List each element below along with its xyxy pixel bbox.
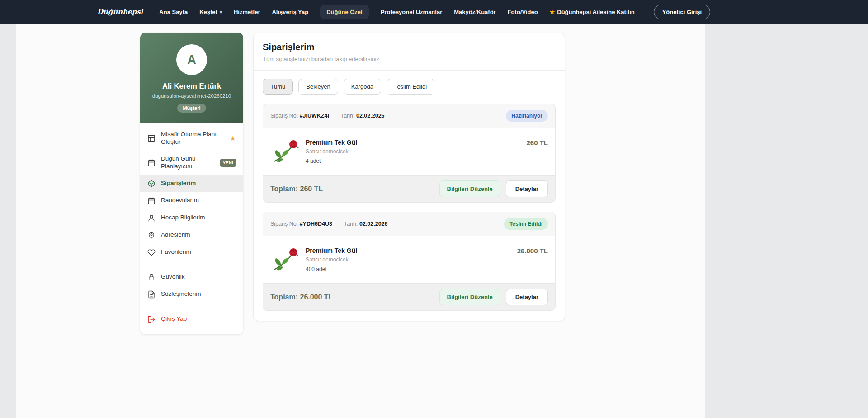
filter-kargoda[interactable]: Kargoda (344, 79, 381, 95)
product-image-rose (270, 247, 299, 272)
details-button[interactable]: Detaylar (506, 180, 548, 197)
nav-item-ana-sayfa[interactable]: Ana Sayfa (159, 9, 188, 15)
order-number-value: #JIUWKZ4I (300, 113, 329, 119)
map-pin-icon (147, 231, 156, 239)
product-name: Premium Tek Gül (306, 139, 357, 146)
package-icon (147, 180, 156, 188)
nav-item-label: Düğünhepsi Ailesine Katılın (557, 9, 634, 15)
sidebar-menu: Misafir Oturma Planı Oluştur ★ Düğün Gün… (140, 123, 243, 334)
top-navbar: Düğünhepsi Ana Sayfa Keşfet ▾ Hizmetler … (0, 0, 868, 24)
sidebar-item-label: Sözleşmelerim (161, 290, 236, 298)
new-badge: YENİ (220, 159, 236, 167)
star-icon: ★ (550, 9, 555, 15)
sidebar-item-favorilerim[interactable]: Favorilerim (140, 244, 243, 261)
sidebar-item-label: Adreslerim (161, 231, 236, 239)
product-quantity: 4 adet (306, 158, 357, 164)
nav-item-hizmetler[interactable]: Hizmetler (234, 9, 260, 15)
orders-panel: Siparişlerim Tüm siparişlerinizi buradan… (253, 33, 565, 321)
product-price: 260 TL (526, 139, 548, 147)
order-actions: Bilgileri Düzenle Detaylar (439, 289, 548, 305)
order-card-footer: Toplam: 260 TL Bilgileri Düzenle Detayla… (263, 175, 555, 202)
order-number-value: #YDH6D4U3 (300, 221, 332, 227)
nav-item-label: Keşfet (199, 9, 217, 15)
product-image-rose (270, 139, 299, 164)
order-total: Toplam: 26.000 TL (270, 293, 333, 301)
status-badge: Hazırlanıyor (506, 110, 548, 122)
order-date: Tarih: 02.02.2026 (344, 221, 388, 227)
details-button[interactable]: Detaylar (506, 289, 548, 305)
chevron-down-icon: ▾ (220, 10, 222, 14)
sidebar-item-label: Düğün Günü Planlayıcısı (161, 155, 215, 171)
nav-item-dugune-ozel[interactable]: Düğüne Özel (320, 5, 368, 19)
product-seller: Satıcı: democicek (306, 256, 357, 263)
calendar-icon (147, 159, 156, 167)
order-card-body: Premium Tek Gül Satıcı: democicek 4 adet… (263, 128, 555, 175)
role-badge: Müşteri (177, 104, 206, 113)
filter-bekleyen[interactable]: Bekleyen (298, 79, 338, 95)
nav-item-kesfet[interactable]: Keşfet ▾ (199, 9, 222, 15)
order-card: Sipariş No: #JIUWKZ4I Tarih: 02.02.2026 … (263, 104, 556, 203)
layout-grid-icon (147, 134, 156, 142)
nav-item-ailesine-katilin[interactable]: ★ Düğünhepsi Ailesine Katılın (550, 9, 635, 15)
sidebar-item-logout[interactable]: Çıkış Yap (140, 311, 243, 328)
sidebar-item-label: Siparişlerim (161, 180, 236, 187)
sidebar-item-dugun-gunu-planlayicisi[interactable]: Düğün Günü Planlayıcısı YENİ (140, 151, 243, 175)
product-info: Premium Tek Gül Satıcı: democicek 400 ad… (306, 247, 357, 272)
edit-info-button[interactable]: Bilgileri Düzenle (439, 180, 500, 197)
edit-info-button[interactable]: Bilgileri Düzenle (439, 289, 500, 305)
filter-teslim-edildi[interactable]: Teslim Edildi (387, 79, 434, 95)
status-badge: Teslim Edildi (504, 218, 548, 230)
order-date-label: Tarih: (344, 221, 358, 227)
order-card-footer: Toplam: 26.000 TL Bilgileri Düzenle Deta… (263, 283, 555, 310)
nav-item-alisveris-yap[interactable]: Alışveriş Yap (272, 9, 308, 15)
divider (147, 307, 236, 307)
avatar: A (176, 44, 207, 75)
profile-header: A Ali Kerem Ertürk dugunsalon-ayseahmet-… (140, 33, 243, 123)
order-date-value: 02.02.2026 (359, 221, 388, 227)
order-total: Toplam: 260 TL (270, 185, 323, 193)
brand-logo[interactable]: Düğünhepsi (97, 8, 143, 16)
sidebar-item-adreslerim[interactable]: Adreslerim (140, 227, 243, 244)
product-quantity: 400 adet (306, 266, 357, 272)
divider (147, 265, 236, 265)
product-info: Premium Tek Gül Satıcı: democicek 4 adet (306, 139, 357, 164)
nav-item-foto-video[interactable]: Foto/Video (508, 9, 538, 15)
admin-login-button[interactable]: Yönetici Girişi (654, 5, 710, 19)
order-date-label: Tarih: (341, 113, 355, 119)
sidebar-item-hesap-bilgilerim[interactable]: Hesap Bilgilerim (140, 209, 243, 227)
user-handle: dugunsalon-ayseahmet-20260210 (146, 93, 237, 99)
sidebar-item-sozlesmelerim[interactable]: Sözleşmelerim (140, 286, 243, 303)
user-name: Ali Kerem Ertürk (146, 82, 237, 90)
product-name: Premium Tek Gül (306, 247, 357, 254)
sidebar-item-guvenlik[interactable]: Güvenlik (140, 269, 243, 286)
lock-icon (147, 273, 156, 281)
sidebar-item-label: Misafir Oturma Planı Oluştur (161, 131, 225, 146)
heart-icon (147, 248, 156, 256)
order-card-body: Premium Tek Gül Satıcı: democicek 400 ad… (263, 236, 555, 283)
nav-item-makyoz-kuafor[interactable]: Makyöz/Kuaför (454, 9, 495, 15)
order-date-value: 02.02.2026 (356, 113, 385, 119)
order-number: Sipariş No: #YDH6D4U3 (270, 221, 332, 227)
order-card: Sipariş No: #YDH6D4U3 Tarih: 02.02.2026 … (263, 212, 556, 311)
order-filters: Tümü Bekleyen Kargoda Teslim Edildi (254, 71, 565, 104)
order-number: Sipariş No: #JIUWKZ4I (270, 113, 329, 119)
filter-tumu[interactable]: Tümü (263, 79, 293, 95)
order-number-label: Sipariş No: (270, 221, 298, 227)
profile-sidebar: A Ali Kerem Ertürk dugunsalon-ayseahmet-… (140, 33, 243, 334)
sidebar-item-label: Hesap Bilgilerim (161, 214, 236, 222)
nav-item-profesyonel-uzmanlar[interactable]: Profesyonel Uzmanlar (381, 9, 443, 15)
orders-header: Siparişlerim Tüm siparişlerinizi buradan… (254, 33, 565, 71)
sidebar-item-siparislerim[interactable]: Siparişlerim (140, 175, 243, 192)
order-actions: Bilgileri Düzenle Detaylar (439, 180, 548, 197)
logout-icon (147, 315, 156, 323)
order-card-header: Sipariş No: #JIUWKZ4I Tarih: 02.02.2026 … (263, 104, 555, 128)
sidebar-item-label: Güvenlik (161, 273, 236, 281)
product-seller: Satıcı: democicek (306, 148, 357, 155)
sidebar-item-label: Çıkış Yap (161, 315, 236, 323)
calendar-icon (147, 197, 156, 205)
sidebar-item-misafir-oturma-plani[interactable]: Misafir Oturma Planı Oluştur ★ (140, 126, 243, 151)
user-icon (147, 214, 156, 222)
sidebar-item-randevularim[interactable]: Randevularım (140, 192, 243, 209)
order-date: Tarih: 02.02.2026 (341, 113, 385, 119)
order-number-label: Sipariş No: (270, 113, 298, 119)
